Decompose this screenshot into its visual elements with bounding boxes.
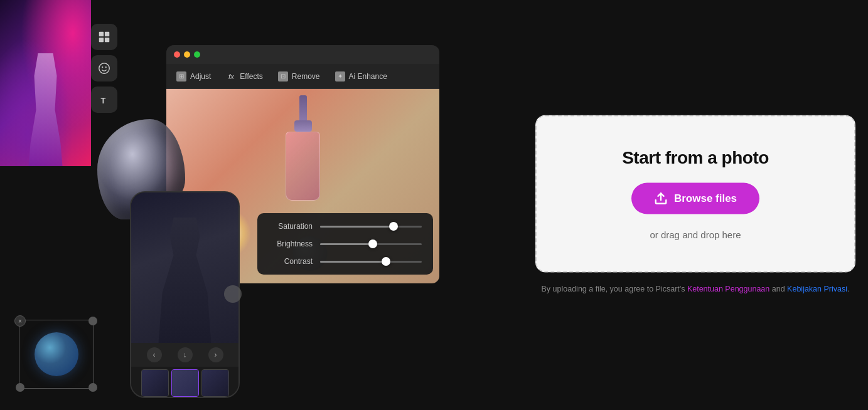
window-close-dot <box>174 51 180 58</box>
terms-text: By uploading a file, you agree to Picsar… <box>535 283 855 295</box>
svg-rect-0 <box>99 32 104 36</box>
upload-icon <box>654 192 668 206</box>
text-tool-button[interactable]: T <box>91 87 117 113</box>
drag-drop-text: or drag and drop here <box>650 229 741 240</box>
editor-toolbar: ⊞ Adjust fx Effects ⊡ Remove ✦ Ai Enhanc… <box>166 64 439 89</box>
contrast-slider-row: Contrast <box>269 257 422 266</box>
sliders-panel: Saturation Brightness Contrast <box>257 213 433 275</box>
phone-circle-button[interactable] <box>224 285 242 303</box>
remove-label: Remove <box>292 72 320 81</box>
phone-toolbar: ‹ ↓ › <box>131 343 238 367</box>
ai-tool-button[interactable] <box>91 24 117 50</box>
resize-handle-tr[interactable] <box>88 317 97 325</box>
small-orb-item: × <box>19 320 94 389</box>
svg-rect-2 <box>99 38 104 42</box>
svg-point-6 <box>105 66 107 68</box>
small-item-close[interactable]: × <box>14 315 26 327</box>
upload-card[interactable]: Start from a photo Browse files or drag … <box>535 115 855 273</box>
phone-photo <box>131 192 238 343</box>
brightness-label: Brightness <box>269 239 313 248</box>
blue-orb <box>35 332 78 376</box>
adjust-tool[interactable]: ⊞ Adjust <box>176 71 211 81</box>
phone-next-btn[interactable]: › <box>208 347 223 362</box>
resize-handle-bl[interactable] <box>16 383 24 392</box>
brightness-track[interactable] <box>320 243 422 245</box>
phone-download-btn[interactable]: ↓ <box>178 347 193 362</box>
contrast-label: Contrast <box>269 257 313 266</box>
upload-title: Start from a photo <box>622 148 769 168</box>
thumbnail-3[interactable] <box>201 369 229 397</box>
svg-text:T: T <box>101 96 106 105</box>
phone-prev-btn[interactable]: ‹ <box>147 347 162 362</box>
left-toolbar: T <box>91 24 117 113</box>
phone-mockup: ‹ ↓ › <box>130 191 240 398</box>
terms-and: and <box>772 285 785 293</box>
browse-files-label: Browse files <box>674 192 737 205</box>
thumbnail-1[interactable] <box>141 369 169 397</box>
terms-link-ketentuan[interactable]: Ketentuan Penggunaan <box>687 285 769 293</box>
thumbnail-2[interactable] <box>171 369 199 397</box>
ai-enhance-tool[interactable]: ✦ Ai Enhance <box>335 71 387 81</box>
effects-tool[interactable]: fx Effects <box>226 71 262 81</box>
terms-prefix: By uploading a file, you agree to Picsar… <box>542 285 685 293</box>
effects-label: Effects <box>240 72 262 81</box>
saturation-slider-row: Saturation <box>269 222 422 231</box>
svg-rect-3 <box>105 38 109 42</box>
terms-suffix: . <box>847 285 849 293</box>
editor-titlebar <box>166 45 439 64</box>
saturation-track[interactable] <box>320 226 422 228</box>
face-tool-button[interactable] <box>91 55 117 81</box>
person-silhouette <box>147 218 223 343</box>
window-minimize-dot <box>184 51 190 58</box>
remove-tool[interactable]: ⊡ Remove <box>278 71 320 81</box>
svg-point-5 <box>102 66 103 68</box>
editor-preview-area: T ⊞ Adjust fx Effects ⊡ Remove ✦ <box>0 0 502 410</box>
contrast-track[interactable] <box>320 261 422 263</box>
window-expand-dot <box>194 51 200 58</box>
ai-enhance-label: Ai Enhance <box>349 72 387 81</box>
resize-handle-br[interactable] <box>88 383 97 392</box>
browse-files-button[interactable]: Browse files <box>631 183 759 214</box>
upload-panel: Start from a photo Browse files or drag … <box>535 115 855 295</box>
svg-rect-1 <box>105 32 109 36</box>
perfume-bottle <box>281 95 325 208</box>
adjust-icon: ⊞ <box>176 71 186 81</box>
adjust-label: Adjust <box>190 72 211 81</box>
terms-link-kebijakan[interactable]: Kebijakan Privasi <box>787 285 847 293</box>
svg-point-4 <box>99 63 110 74</box>
phone-thumbnails <box>131 367 238 398</box>
remove-icon: ⊡ <box>278 71 288 81</box>
preview-photo-top <box>0 0 91 166</box>
brightness-slider-row: Brightness <box>269 239 422 248</box>
ai-enhance-icon: ✦ <box>335 71 345 81</box>
effects-icon: fx <box>226 71 236 81</box>
saturation-label: Saturation <box>269 222 313 231</box>
